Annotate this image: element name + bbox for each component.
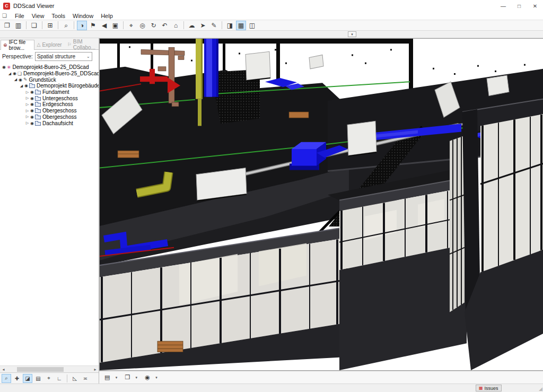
add-pointer-button[interactable]: ⚑: [88, 21, 98, 30]
tree-row[interactable]: ◢◉Demoprojekt Bürogebäude: [0, 83, 99, 89]
tree-expander-icon[interactable]: ◢: [19, 84, 24, 88]
ifc-browser-panel: ⊕IFC file brow...△Explorer⚐BIM Collabo..…: [0, 38, 99, 384]
screenshot-button[interactable]: ◨: [225, 21, 235, 30]
zoom-dynamic-button[interactable]: ◎: [137, 21, 147, 30]
scroll-left-icon[interactable]: ◂: [0, 367, 7, 372]
menu-file[interactable]: File: [11, 13, 28, 19]
tree-expander-icon[interactable]: ◢: [7, 72, 12, 76]
open-button[interactable]: ❐: [2, 21, 12, 30]
measure-pointer-button[interactable]: ✎: [209, 21, 219, 30]
tree-row[interactable]: ◢◉✎Grundstück: [0, 76, 99, 83]
model-views-button[interactable]: ❒: [122, 373, 132, 382]
rotate-view-button[interactable]: ↻: [148, 21, 159, 30]
quick-select-dropdown[interactable]: ▾: [348, 31, 356, 37]
home-view-button[interactable]: ⌂: [171, 21, 181, 30]
tree-expander-icon[interactable]: ▷: [25, 109, 30, 113]
tree-expander-icon[interactable]: ▷: [25, 90, 30, 94]
section-tool-button[interactable]: ◪: [23, 374, 32, 383]
shaded-mode-button[interactable]: ◑: [77, 21, 87, 30]
toolbar-separator: [222, 21, 222, 29]
previous-view-button[interactable]: ↶: [160, 21, 170, 30]
scrollbar-thumb[interactable]: [17, 367, 64, 372]
blue-column: [204, 39, 218, 97]
angle-tool-button[interactable]: ∟: [55, 374, 64, 383]
query-pointer-button[interactable]: ➤: [198, 21, 208, 30]
visibility-eye-icon[interactable]: ◉: [24, 83, 28, 88]
title-bar: C DDScad Viewer — □ ✕: [0, 0, 543, 12]
scroll-right-icon[interactable]: ▸: [92, 367, 99, 372]
toolbar-separator: [67, 374, 67, 382]
maximize-button[interactable]: □: [511, 0, 527, 12]
visibility-eye-icon[interactable]: ◉: [19, 77, 22, 82]
menu-help[interactable]: Help: [97, 13, 117, 19]
tree-horizontal-scrollbar[interactable]: ◂ ▸: [0, 365, 99, 372]
tree-item-label: Untergeschoss: [42, 95, 78, 101]
tree-row[interactable]: ▷◉Erdgeschoss: [0, 101, 99, 108]
main-toolbar: ❐▥❏⊞⌕◑⚑◀▣⌖◎↻↶⌂☁➤✎◨▦◫: [0, 20, 543, 31]
dimension-tool-button[interactable]: ≍: [81, 374, 90, 383]
tree-expander-icon[interactable]: ▷: [25, 121, 30, 125]
tree-row[interactable]: ▷◉Obergeschoss: [0, 108, 99, 114]
visibility-eye-icon[interactable]: ◉: [30, 90, 34, 94]
display-mode-button-dropdown[interactable]: ▾: [153, 373, 160, 382]
back-button[interactable]: ◀: [99, 21, 109, 30]
viewport-area: ▤▾❒▾◉▾: [99, 38, 543, 384]
tree-item-label: Erdgeschoss: [42, 101, 73, 107]
tree-expander-icon[interactable]: ◢: [13, 77, 18, 82]
tree-item-label: Demoprojekt-Buero-25_DDScad: [13, 64, 89, 70]
menu-window[interactable]: Window: [69, 13, 97, 19]
viewport-3d-canvas[interactable]: [99, 38, 543, 371]
export-document-button[interactable]: ❏: [29, 21, 39, 30]
save-button[interactable]: ▥: [13, 21, 23, 30]
tree-row[interactable]: ▷◉Dachaufsicht: [0, 120, 99, 126]
panels-layout-button[interactable]: ▦: [236, 21, 246, 30]
walkthrough-button[interactable]: ⌖: [126, 21, 136, 30]
site-icon: ✎: [23, 77, 28, 82]
settings-panel-button[interactable]: ◫: [247, 21, 257, 30]
display-mode-button[interactable]: ◉: [143, 373, 152, 382]
tree-row[interactable]: ▷◉Fundament: [0, 89, 99, 95]
visibility-eye-icon[interactable]: ◉: [13, 71, 16, 76]
visibility-eye-icon[interactable]: ◉: [30, 108, 34, 113]
zoom-tool-button[interactable]: ⌕: [2, 374, 11, 383]
tree-expander-icon[interactable]: ▷: [25, 96, 30, 100]
visibility-eye-icon[interactable]: ◉: [30, 96, 34, 101]
resize-grip-icon[interactable]: ◢: [539, 386, 542, 391]
visibility-eye-icon[interactable]: ◉: [2, 65, 6, 69]
panel-toolbar: ⌕✚◪▤⌖∟◺≍: [0, 372, 99, 384]
minimize-button[interactable]: —: [495, 0, 511, 12]
tree-expander-icon[interactable]: ▷: [25, 115, 30, 119]
properties-tool-button[interactable]: ▤: [33, 374, 43, 383]
tree-row[interactable]: ◉✳Demoprojekt-Buero-25_DDScad: [0, 64, 99, 71]
issues-label: Issues: [485, 386, 498, 391]
visibility-eye-icon[interactable]: ◉: [30, 102, 34, 107]
menu-view[interactable]: View: [28, 13, 48, 19]
tree-row[interactable]: ◢◉❏Demoprojekt-Buero-25_DDScad: [0, 71, 99, 77]
pan-tool-button[interactable]: ✚: [12, 374, 22, 383]
select-object-button[interactable]: ▣: [110, 21, 120, 30]
visibility-eye-icon[interactable]: ◉: [30, 121, 34, 126]
model-views-button-dropdown[interactable]: ▾: [133, 373, 139, 382]
close-button[interactable]: ✕: [527, 0, 543, 12]
locate-tool-button[interactable]: ⌖: [44, 374, 54, 383]
tab-bim-collaboration[interactable]: ⚐BIM Collabo...: [65, 39, 98, 49]
search-button[interactable]: ⌕: [61, 21, 71, 30]
tree-row[interactable]: ▷◉Obergeschoss: [0, 114, 99, 120]
issues-icon: ▦: [479, 386, 483, 390]
print-view-button-dropdown[interactable]: ▾: [113, 373, 119, 382]
tab-explorer[interactable]: △Explorer: [34, 39, 65, 49]
redlining-cloud-button[interactable]: ☁: [187, 21, 197, 30]
tree-row[interactable]: ▷◉Untergeschoss: [0, 95, 99, 101]
zoom-window-button[interactable]: ⊞: [45, 21, 55, 30]
visibility-eye-icon[interactable]: ◉: [30, 115, 34, 119]
tab-ifc-file-browser[interactable]: ⊕IFC file brow...: [1, 40, 34, 50]
menu-tools[interactable]: Tools: [48, 13, 69, 19]
perspective-value: Spatial structure: [37, 54, 75, 59]
tree-expander-icon[interactable]: ▷: [25, 102, 30, 107]
print-view-button[interactable]: ▤: [102, 373, 112, 382]
tree-item-label: Obergeschoss: [42, 108, 76, 114]
measure-tool-button[interactable]: ◺: [70, 374, 80, 383]
bim-3d-scene: [100, 39, 543, 370]
issues-button[interactable]: ▦ Issues: [476, 385, 502, 391]
perspective-select[interactable]: Spatial structure ⌄: [35, 52, 92, 61]
